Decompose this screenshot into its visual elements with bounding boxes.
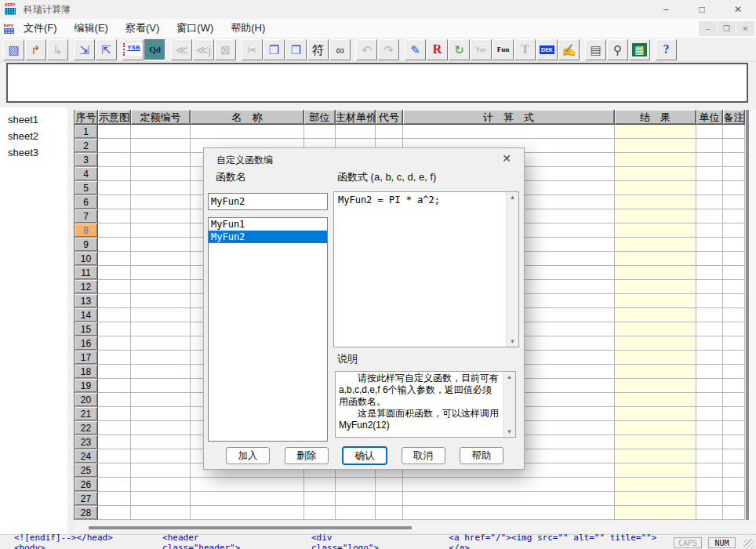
table-cell[interactable] bbox=[723, 195, 745, 209]
table-cell[interactable] bbox=[615, 125, 696, 139]
table-cell[interactable] bbox=[723, 478, 745, 492]
confirm-button[interactable]: 确认 bbox=[343, 447, 387, 464]
row-number[interactable]: 20 bbox=[75, 393, 98, 407]
help-button[interactable]: 帮助 bbox=[460, 447, 503, 464]
row-number[interactable]: 24 bbox=[75, 449, 98, 464]
table-cell[interactable] bbox=[696, 449, 723, 464]
table-cell[interactable] bbox=[191, 478, 304, 492]
table-cell[interactable] bbox=[131, 478, 191, 492]
delete-button[interactable]: 删除 bbox=[285, 447, 329, 464]
table-cell[interactable] bbox=[131, 252, 191, 266]
qd-quota-button[interactable]: Qd bbox=[144, 39, 165, 60]
sheet-tab-sheet3[interactable]: sheet3 bbox=[0, 144, 67, 161]
table-cell[interactable] bbox=[696, 464, 723, 478]
table-cell[interactable] bbox=[723, 365, 745, 379]
scroll-down-icon[interactable]: ▼ bbox=[507, 338, 518, 345]
table-cell[interactable] bbox=[723, 492, 745, 506]
table-cell[interactable] bbox=[98, 464, 131, 478]
table-cell[interactable] bbox=[131, 336, 191, 351]
help-button[interactable]: ? bbox=[656, 39, 677, 60]
table-cell[interactable] bbox=[696, 336, 723, 351]
expression-scrollbar[interactable]: ▲ ▼ bbox=[506, 192, 518, 347]
table-cell[interactable] bbox=[131, 365, 191, 379]
row-number[interactable]: 1 bbox=[75, 125, 98, 139]
r-define-button[interactable]: R bbox=[427, 39, 448, 60]
table-cell[interactable] bbox=[615, 238, 696, 252]
row-number[interactable]: 17 bbox=[75, 351, 98, 365]
ysb-template-button[interactable]: YSB bbox=[122, 39, 144, 60]
table-cell[interactable] bbox=[723, 435, 745, 449]
row-number[interactable]: 23 bbox=[75, 435, 98, 449]
print-button[interactable]: ▤ bbox=[585, 39, 606, 60]
table-cell[interactable] bbox=[696, 351, 723, 365]
table-cell[interactable] bbox=[304, 125, 336, 139]
dialog-close-icon[interactable]: ✕ bbox=[499, 152, 514, 165]
table-cell[interactable] bbox=[723, 252, 745, 266]
vertical-scrollbar-thumb[interactable] bbox=[746, 110, 749, 520]
description-scrollbar[interactable]: ▲ ▼ bbox=[503, 372, 515, 437]
row-number[interactable]: 7 bbox=[75, 209, 98, 224]
table-cell[interactable] bbox=[98, 125, 131, 139]
column-header[interactable]: 部位 bbox=[304, 110, 336, 125]
table-cell[interactable] bbox=[131, 139, 191, 153]
table-cell[interactable] bbox=[131, 435, 191, 449]
table-cell[interactable] bbox=[131, 308, 191, 322]
table-cell[interactable] bbox=[98, 153, 131, 167]
table-cell[interactable] bbox=[615, 407, 696, 421]
table-cell[interactable] bbox=[723, 125, 745, 139]
table-cell[interactable] bbox=[98, 308, 131, 322]
table-cell[interactable] bbox=[131, 280, 191, 294]
column-header[interactable]: 结 果 bbox=[615, 110, 696, 125]
table-cell[interactable] bbox=[191, 125, 304, 139]
functions-button[interactable]: Fun bbox=[492, 39, 514, 60]
recalculate-button[interactable]: ↻ bbox=[449, 39, 470, 60]
menu-item-1[interactable]: 编辑(E) bbox=[66, 20, 117, 37]
table-cell[interactable] bbox=[696, 125, 723, 139]
table-cell[interactable] bbox=[98, 167, 131, 181]
table-cell[interactable] bbox=[98, 181, 131, 195]
row-number[interactable]: 15 bbox=[75, 322, 98, 336]
table-cell[interactable] bbox=[131, 379, 191, 393]
table-cell[interactable] bbox=[723, 393, 745, 407]
mdi-minimize-button[interactable]: – bbox=[699, 21, 717, 36]
open-sheet-button[interactable]: ↱ bbox=[25, 39, 46, 60]
table-cell[interactable] bbox=[304, 492, 336, 506]
column-header[interactable]: 主材单价 bbox=[336, 110, 376, 125]
close-button[interactable]: ✕ bbox=[720, 0, 756, 19]
horizontal-scrollbar[interactable] bbox=[74, 524, 756, 532]
table-cell[interactable] bbox=[615, 252, 696, 266]
table-cell[interactable] bbox=[696, 393, 723, 407]
table-cell[interactable] bbox=[615, 266, 696, 280]
table-cell[interactable] bbox=[723, 322, 745, 336]
table-cell[interactable] bbox=[723, 224, 745, 238]
row-number[interactable]: 25 bbox=[75, 464, 98, 478]
table-cell[interactable] bbox=[615, 506, 696, 520]
edit-properties-button[interactable]: ✎ bbox=[405, 39, 426, 60]
table-cell[interactable] bbox=[336, 492, 376, 506]
row-number[interactable]: 8 bbox=[75, 224, 98, 238]
mdi-close-button[interactable]: ✕ bbox=[736, 21, 754, 36]
menu-item-4[interactable]: 帮助(H) bbox=[222, 20, 274, 37]
table-cell[interactable] bbox=[98, 224, 131, 238]
table-cell[interactable] bbox=[723, 209, 745, 224]
table-cell[interactable] bbox=[131, 125, 191, 139]
row-number[interactable]: 11 bbox=[75, 266, 98, 280]
table-cell[interactable] bbox=[98, 421, 131, 435]
table-cell[interactable] bbox=[131, 209, 191, 224]
table-cell[interactable] bbox=[696, 280, 723, 294]
row-number[interactable]: 9 bbox=[75, 238, 98, 252]
table-cell[interactable] bbox=[696, 167, 723, 181]
row-number[interactable]: 18 bbox=[75, 365, 98, 379]
row-number[interactable]: 28 bbox=[75, 506, 98, 520]
table-cell[interactable] bbox=[615, 181, 696, 195]
table-cell[interactable] bbox=[696, 153, 723, 167]
table-cell[interactable] bbox=[723, 421, 745, 435]
table-cell[interactable] bbox=[615, 435, 696, 449]
table-cell[interactable] bbox=[98, 407, 131, 421]
table-cell[interactable] bbox=[98, 478, 131, 492]
column-header[interactable]: 定额编号 bbox=[131, 110, 191, 125]
table-cell[interactable] bbox=[615, 336, 696, 351]
paste-button[interactable]: ❒ bbox=[285, 39, 307, 60]
table-cell[interactable] bbox=[131, 181, 191, 195]
table-cell[interactable] bbox=[723, 308, 745, 322]
